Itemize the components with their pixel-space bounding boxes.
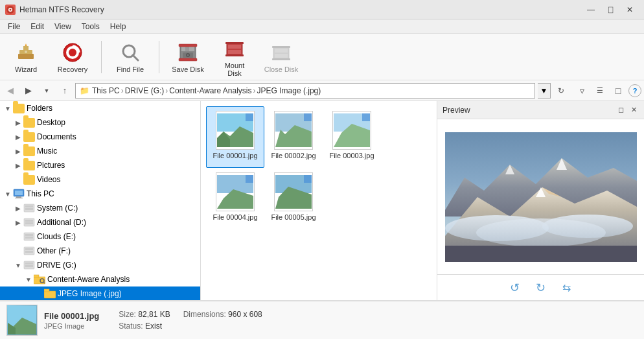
save-disk-button[interactable]: Save Disk xyxy=(167,37,209,77)
preview-header: Preview ◻ ✕ xyxy=(437,101,644,119)
dropdown-button[interactable]: ▼ xyxy=(39,83,54,99)
file-item-3[interactable]: File 00003.jpg xyxy=(323,106,381,168)
address-path[interactable]: 📁 This PC › DRIVE (G:) › Content-Aware A… xyxy=(75,83,535,99)
filter-icon[interactable]: ▿ xyxy=(574,83,590,99)
drive-g-icon xyxy=(23,259,35,271)
pictures-toggle[interactable]: ▶ xyxy=(13,160,23,170)
file-item-2[interactable]: File 00002.jpg xyxy=(264,106,323,168)
other-f-label: Other (F:) xyxy=(37,246,71,255)
preview-actions: ↺ ↻ ⇆ xyxy=(437,274,644,300)
sidebar-item-pictures[interactable]: ▶ Pictures xyxy=(0,158,200,172)
desktop-toggle[interactable]: ▶ xyxy=(13,117,23,128)
sidebar-item-desktop[interactable]: ▶ Desktop xyxy=(0,115,200,130)
pictures-folder-icon xyxy=(23,159,35,171)
wizard-icon xyxy=(14,41,38,64)
svg-rect-64 xyxy=(304,113,312,121)
path-part-jpeg: JPEG Image (.jpg) xyxy=(257,86,321,95)
menu-help[interactable]: Help xyxy=(105,21,132,32)
sidebar-item-other-f[interactable]: Other (F:) xyxy=(0,244,200,258)
svg-rect-32 xyxy=(15,191,23,195)
svg-rect-37 xyxy=(25,208,33,210)
up-button[interactable]: ↑ xyxy=(57,83,73,99)
flip-button[interactable]: ⇆ xyxy=(559,280,575,296)
additional-d-toggle[interactable]: ▶ xyxy=(13,217,23,228)
title-bar-left: Hetman NTFS Recovery xyxy=(5,5,104,15)
svg-rect-30 xyxy=(272,58,290,60)
right-toolbar-icons: ▿ ☰ □ ? xyxy=(574,83,641,99)
sidebar-item-additional-d[interactable]: ▶ Additional (D:) xyxy=(0,215,200,229)
content-aware-toggle[interactable]: ▼ xyxy=(23,274,34,285)
save-disk-label: Save Disk xyxy=(172,65,204,73)
sidebar-item-music[interactable]: ▶ Music xyxy=(0,144,200,158)
preview-close-button[interactable]: ✕ xyxy=(628,105,639,115)
sidebar-item-jpeg-image[interactable]: JPEG Image (.jpg) xyxy=(0,286,200,300)
wizard-button[interactable]: Wizard xyxy=(5,37,47,77)
sidebar-item-documents[interactable]: ▶ Documents xyxy=(0,130,200,144)
rotate-left-button[interactable]: ↺ xyxy=(507,280,523,296)
sidebar: ▼ Folders ▶ Desktop ▶ Documents ▶ xyxy=(0,101,201,300)
svg-rect-6 xyxy=(18,54,34,59)
path-sep-1: › xyxy=(121,86,124,95)
folders-label: Folders xyxy=(27,104,52,113)
sidebar-item-content-aware[interactable]: ▼ Content-Aware Analysis xyxy=(0,272,200,286)
find-file-button[interactable]: Find File xyxy=(109,37,151,77)
help-icon[interactable]: ? xyxy=(628,84,641,97)
close-disk-label: Close Disk xyxy=(264,65,299,73)
main-area: ▼ Folders ▶ Desktop ▶ Documents ▶ xyxy=(0,101,644,300)
other-f-icon xyxy=(23,245,35,257)
status-dimensions-value: 960 x 608 xyxy=(228,310,262,319)
sidebar-item-videos[interactable]: ▶ Videos xyxy=(0,172,200,187)
maximize-button[interactable]: ⎕ xyxy=(601,3,619,16)
back-button[interactable]: ◀ xyxy=(3,83,18,99)
file-item-5[interactable]: File 00005.jpg xyxy=(264,168,323,229)
mount-disk-button[interactable]: Mount Disk xyxy=(214,37,255,77)
file-item-4[interactable]: File 00004.jpg xyxy=(206,168,264,229)
address-dropdown-button[interactable]: ▼ xyxy=(538,83,551,99)
svg-rect-72 xyxy=(246,175,253,183)
window-controls: — ⎕ ✕ xyxy=(582,3,639,16)
rotate-right-button[interactable]: ↻ xyxy=(533,280,549,296)
sidebar-item-clouds-e[interactable]: Clouds (E:) xyxy=(0,229,200,244)
path-part-thispc: This PC xyxy=(92,86,120,95)
sidebar-item-drive-g[interactable]: ▼ DRIVE (G:) xyxy=(0,258,200,272)
close-disk-button[interactable]: Close Disk xyxy=(260,37,302,77)
drive-g-label: DRIVE (G:) xyxy=(37,261,76,270)
system-c-toggle[interactable]: ▶ xyxy=(13,203,23,213)
documents-toggle[interactable]: ▶ xyxy=(13,132,23,142)
videos-label: Videos xyxy=(37,175,60,184)
menu-tools[interactable]: Tools xyxy=(76,21,105,32)
sidebar-item-system-c[interactable]: ▶ System (C:) xyxy=(0,201,200,215)
desktop-folder-icon xyxy=(23,117,35,128)
svg-rect-24 xyxy=(225,42,244,44)
music-toggle[interactable]: ▶ xyxy=(13,146,23,156)
recovery-button[interactable]: Recovery xyxy=(52,37,93,77)
svg-rect-54 xyxy=(44,291,56,298)
file-name-4: File 00004.jpg xyxy=(213,213,257,221)
folders-toggle[interactable]: ▼ xyxy=(3,103,13,113)
sidebar-item-folders[interactable]: ▼ Folders xyxy=(0,101,200,115)
svg-rect-20 xyxy=(179,58,197,61)
svg-point-10 xyxy=(69,49,76,56)
menu-file[interactable]: File xyxy=(3,21,25,32)
thispc-toggle[interactable]: ▼ xyxy=(3,189,13,199)
recovery-icon xyxy=(61,41,84,64)
forward-button[interactable]: ▶ xyxy=(21,83,36,99)
refresh-button[interactable]: ↻ xyxy=(553,83,569,99)
additional-d-label: Additional (D:) xyxy=(37,218,86,227)
preview-toggle-icon[interactable]: □ xyxy=(610,83,626,99)
view-options-icon[interactable]: ☰ xyxy=(592,83,608,99)
find-file-icon xyxy=(119,41,142,64)
preview-expand-button[interactable]: ◻ xyxy=(615,105,626,115)
status-bar: File 00001.jpg JPEG Image Size: 82,81 KB… xyxy=(0,300,644,339)
status-status-value: Exist xyxy=(145,321,162,331)
close-button[interactable]: ✕ xyxy=(621,3,639,16)
file-item-1[interactable]: File 00001.jpg xyxy=(206,106,264,168)
svg-rect-60 xyxy=(246,113,253,121)
drive-g-toggle[interactable]: ▼ xyxy=(13,260,23,270)
desktop-label: Desktop xyxy=(37,118,65,127)
menu-view[interactable]: View xyxy=(49,21,76,32)
status-dimensions-label: Dimensions: xyxy=(183,310,226,319)
sidebar-item-thispc[interactable]: ▼ This PC xyxy=(0,187,200,201)
minimize-button[interactable]: — xyxy=(582,3,600,16)
menu-edit[interactable]: Edit xyxy=(25,21,49,32)
